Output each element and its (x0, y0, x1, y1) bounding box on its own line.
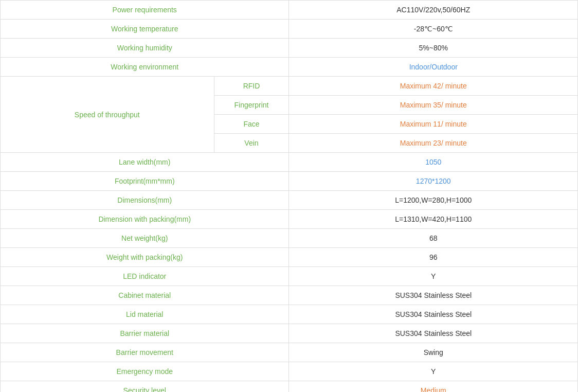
row-label: Security level (1, 381, 289, 393)
row-value: SUS304 Stainless Steel (289, 324, 578, 343)
table-row: Dimension with packing(mm)L=1310,W=420,H… (1, 210, 578, 229)
row-value: Y (289, 362, 578, 381)
row-label: Barrier movement (1, 343, 289, 362)
row-label: Footprint(mm*mm) (1, 172, 289, 191)
table-row: Barrier materialSUS304 Stainless Steel (1, 324, 578, 343)
spec-table: Power requirementsAC110V/220v,50/60HZWor… (0, 0, 578, 392)
row-value: SUS304 Stainless Steel (289, 286, 578, 305)
table-row: Security levelMedium (1, 381, 578, 393)
table-row: Cabinet materialSUS304 Stainless Steel (1, 286, 578, 305)
row-value: Y (289, 267, 578, 286)
row-value: AC110V/220v,50/60HZ (289, 1, 578, 20)
row-value: 1270*1200 (289, 172, 578, 191)
table-row: Lid materialSUS304 Stainless Steel (1, 305, 578, 324)
sub-label: RFID (214, 77, 289, 96)
row-label: Lane width(mm) (1, 153, 289, 172)
table-row: Working temperature-28℃~60℃ (1, 20, 578, 39)
row-value: Maximum 23/ minute (289, 134, 578, 153)
row-label: Weight with packing(kg) (1, 248, 289, 267)
table-row: Power requirementsAC110V/220v,50/60HZ (1, 1, 578, 20)
group-label: Speed of throughput (1, 77, 214, 153)
row-value: Swing (289, 343, 578, 362)
row-value: Maximum 35/ minute (289, 96, 578, 115)
row-label: LED indicator (1, 267, 289, 286)
row-label: Working temperature (1, 20, 289, 39)
row-label: Barrier material (1, 324, 289, 343)
table-row: Emergency modeY (1, 362, 578, 381)
row-value: 68 (289, 229, 578, 248)
row-value: SUS304 Stainless Steel (289, 305, 578, 324)
table-row: Lane width(mm)1050 (1, 153, 578, 172)
row-value: 96 (289, 248, 578, 267)
table-row: Speed of throughputRFIDMaximum 42/ minut… (1, 77, 578, 96)
row-value: Maximum 42/ minute (289, 77, 578, 96)
row-label: Dimension with packing(mm) (1, 210, 289, 229)
row-value: L=1200,W=280,H=1000 (289, 191, 578, 210)
row-value: Medium (289, 381, 578, 393)
row-label: Net weight(kg) (1, 229, 289, 248)
row-label: Lid material (1, 305, 289, 324)
row-value: Indoor/Outdoor (289, 58, 578, 77)
table-row: Working environmentIndoor/Outdoor (1, 58, 578, 77)
row-value: -28℃~60℃ (289, 20, 578, 39)
row-label: Working humidity (1, 39, 289, 58)
row-value: 5%~80% (289, 39, 578, 58)
row-label: Dimensions(mm) (1, 191, 289, 210)
sub-label: Vein (214, 134, 289, 153)
table-row: Net weight(kg)68 (1, 229, 578, 248)
table-row: Weight with packing(kg)96 (1, 248, 578, 267)
table-row: Footprint(mm*mm)1270*1200 (1, 172, 578, 191)
table-row: Working humidity5%~80% (1, 39, 578, 58)
table-row: Barrier movementSwing (1, 343, 578, 362)
table-row: LED indicatorY (1, 267, 578, 286)
row-label: Working environment (1, 58, 289, 77)
row-label: Cabinet material (1, 286, 289, 305)
row-value: L=1310,W=420,H=1100 (289, 210, 578, 229)
sub-label: Face (214, 115, 289, 134)
row-label: Power requirements (1, 1, 289, 20)
sub-label: Fingerprint (214, 96, 289, 115)
row-value: Maximum 11/ minute (289, 115, 578, 134)
row-value: 1050 (289, 153, 578, 172)
row-label: Emergency mode (1, 362, 289, 381)
table-row: Dimensions(mm)L=1200,W=280,H=1000 (1, 191, 578, 210)
